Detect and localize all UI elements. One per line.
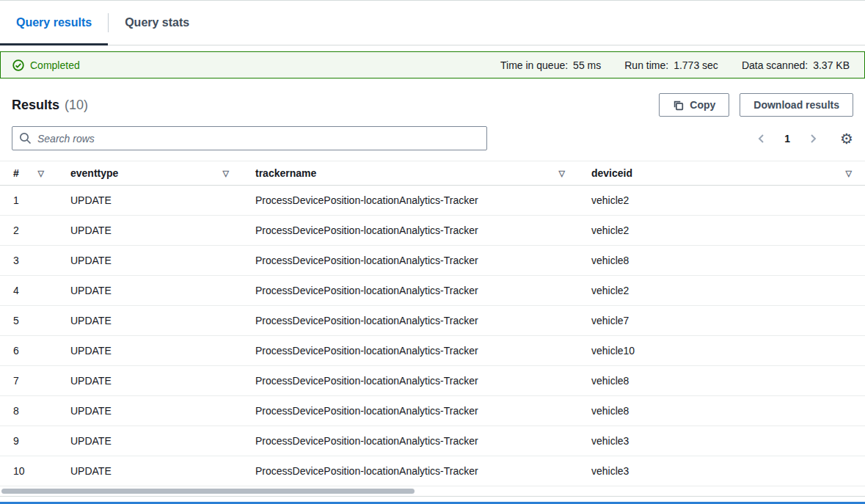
tab-bar: Query results Query stats — [0, 1, 865, 45]
results-table: # ▽ eventtype ▽ trackername ▽ — [0, 161, 865, 486]
table-row: 7UPDATEProcessDevicePosition-locationAna… — [0, 366, 865, 396]
copy-icon — [673, 100, 684, 111]
table-cell: 10 — [0, 456, 57, 486]
results-table-wrap: # ▽ eventtype ▽ trackername ▽ — [0, 161, 865, 486]
table-cell: ProcessDevicePosition-locationAnalytics-… — [242, 276, 578, 306]
table-cell: vehicle2 — [578, 216, 865, 246]
metric-label: Data scanned: — [742, 59, 808, 71]
table-cell: UPDATE — [57, 276, 242, 306]
table-toolbar: 1 ⚙ — [0, 117, 865, 161]
table-cell: 1 — [0, 186, 57, 216]
download-results-label: Download results — [753, 99, 839, 111]
results-actions: Copy Download results — [659, 93, 853, 117]
table-cell: ProcessDevicePosition-locationAnalytics-… — [242, 366, 578, 396]
query-status-bar: Completed Time in queue: 55 ms Run time:… — [0, 51, 865, 78]
query-results-pane: Query results Query stats Completed Time… — [0, 0, 865, 504]
table-row: 10UPDATEProcessDevicePosition-locationAn… — [0, 456, 865, 486]
column-label: deviceid — [591, 167, 632, 179]
tab-query-stats-label: Query stats — [125, 16, 189, 29]
table-row: 2UPDATEProcessDevicePosition-locationAna… — [0, 216, 865, 246]
table-cell: vehicle8 — [578, 396, 865, 426]
metric-data-scanned: Data scanned: 3.37 KB — [742, 59, 850, 71]
table-row: 8UPDATEProcessDevicePosition-locationAna… — [0, 396, 865, 426]
table-row: 5UPDATEProcessDevicePosition-locationAna… — [0, 306, 865, 336]
table-cell: 9 — [0, 426, 57, 456]
column-label: eventtype — [70, 167, 118, 179]
table-header: # ▽ eventtype ▽ trackername ▽ — [0, 161, 865, 186]
table-cell: 4 — [0, 276, 57, 306]
column-header-deviceid[interactable]: deviceid ▽ — [578, 161, 865, 186]
horizontal-scrollbar-thumb[interactable] — [1, 489, 415, 494]
column-label: trackername — [255, 167, 316, 179]
table-cell: ProcessDevicePosition-locationAnalytics-… — [242, 336, 578, 366]
metric-time-in-queue: Time in queue: 55 ms — [500, 59, 601, 71]
table-row: 4UPDATEProcessDevicePosition-locationAna… — [0, 276, 865, 306]
metric-value: 55 ms — [573, 59, 601, 71]
table-cell: 6 — [0, 336, 57, 366]
preferences-gear-icon[interactable]: ⚙ — [840, 131, 853, 146]
sort-icon: ▽ — [223, 169, 229, 178]
table-cell: ProcessDevicePosition-locationAnalytics-… — [242, 306, 578, 336]
table-cell: UPDATE — [57, 426, 242, 456]
table-cell: 3 — [0, 246, 57, 276]
next-page-icon[interactable] — [806, 132, 820, 145]
sort-icon: ▽ — [38, 169, 44, 178]
table-row: 3UPDATEProcessDevicePosition-locationAna… — [0, 246, 865, 276]
table-cell: UPDATE — [57, 456, 242, 486]
table-cell: vehicle3 — [578, 456, 865, 486]
metric-label: Run time: — [624, 59, 668, 71]
table-cell: ProcessDevicePosition-locationAnalytics-… — [242, 396, 578, 426]
table-cell: vehicle10 — [578, 336, 865, 366]
table-cell: vehicle7 — [578, 306, 865, 336]
table-cell: vehicle8 — [578, 366, 865, 396]
sort-icon: ▽ — [846, 169, 852, 178]
table-cell: ProcessDevicePosition-locationAnalytics-… — [242, 246, 578, 276]
status-completed: Completed — [12, 59, 80, 71]
column-label: # — [13, 167, 19, 179]
table-cell: UPDATE — [57, 246, 242, 276]
search-input[interactable] — [12, 126, 487, 150]
table-cell: vehicle8 — [578, 246, 865, 276]
column-header-eventtype[interactable]: eventtype ▽ — [57, 161, 242, 186]
results-header: Results (10) Copy Download results — [0, 78, 865, 117]
column-header-index[interactable]: # ▽ — [0, 161, 57, 186]
metric-run-time: Run time: 1.773 sec — [624, 59, 718, 71]
page-number[interactable]: 1 — [784, 133, 790, 145]
column-header-trackername[interactable]: trackername ▽ — [242, 161, 578, 186]
tab-query-stats[interactable]: Query stats — [109, 1, 205, 45]
status-label: Completed — [30, 59, 80, 71]
table-cell: UPDATE — [57, 366, 242, 396]
table-row: 6UPDATEProcessDevicePosition-locationAna… — [0, 336, 865, 366]
table-cell: 7 — [0, 366, 57, 396]
table-cell: 5 — [0, 306, 57, 336]
table-cell: UPDATE — [57, 216, 242, 246]
download-results-button[interactable]: Download results — [740, 93, 853, 117]
tab-query-results[interactable]: Query results — [0, 1, 108, 45]
table-cell: UPDATE — [57, 396, 242, 426]
table-row: 1UPDATEProcessDevicePosition-locationAna… — [0, 186, 865, 216]
table-cell: ProcessDevicePosition-locationAnalytics-… — [242, 216, 578, 246]
previous-page-icon[interactable] — [755, 132, 768, 145]
table-cell: 8 — [0, 396, 57, 426]
pagination: 1 ⚙ — [755, 131, 853, 146]
table-cell: ProcessDevicePosition-locationAnalytics-… — [242, 186, 578, 216]
table-header-row: # ▽ eventtype ▽ trackername ▽ — [0, 161, 865, 186]
metric-value: 1.773 sec — [674, 59, 718, 71]
check-circle-icon — [12, 59, 24, 71]
metric-label: Time in queue: — [500, 59, 568, 71]
query-metrics: Time in queue: 55 ms Run time: 1.773 sec… — [500, 59, 850, 71]
metric-value: 3.37 KB — [813, 59, 850, 71]
table-cell: UPDATE — [57, 186, 242, 216]
search-box — [12, 126, 487, 150]
table-cell: ProcessDevicePosition-locationAnalytics-… — [242, 426, 578, 456]
table-cell: vehicle3 — [578, 426, 865, 456]
table-body: 1UPDATEProcessDevicePosition-locationAna… — [0, 186, 865, 486]
table-cell: UPDATE — [57, 306, 242, 336]
tab-query-results-label: Query results — [16, 16, 92, 29]
horizontal-scrollbar — [0, 488, 865, 494]
table-cell: vehicle2 — [578, 186, 865, 216]
copy-button[interactable]: Copy — [659, 93, 729, 117]
results-title: Results — [12, 98, 59, 113]
table-cell: vehicle2 — [578, 276, 865, 306]
footer-divider — [0, 496, 865, 497]
